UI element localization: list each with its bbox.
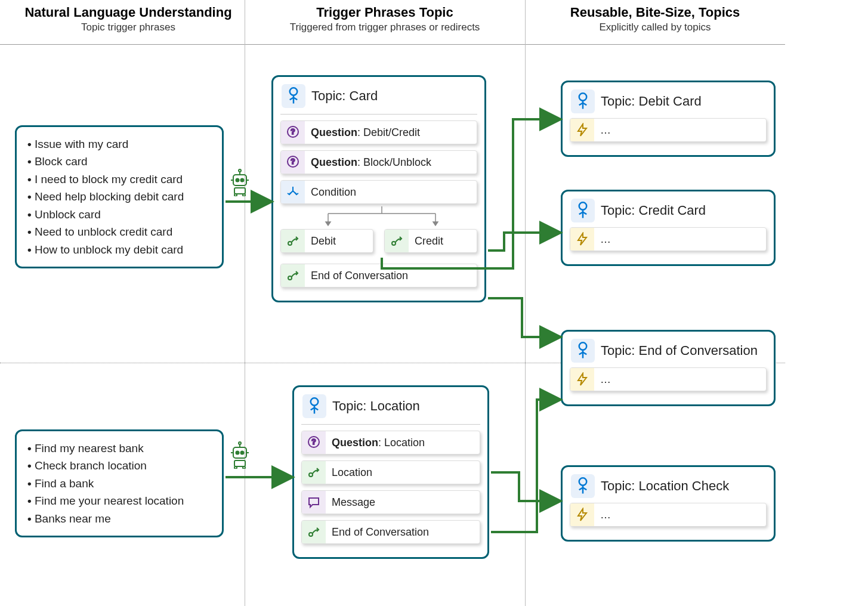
node-label: Question: Debit/Credit [305,126,426,139]
phrase: Find a bank [27,475,211,492]
svg-point-8 [234,194,237,196]
phrase-list-location: Find my nearest bank Check branch locati… [27,440,211,527]
topic-title-row: Topic: Credit Card [570,196,767,226]
column-divider-1 [245,0,245,606]
topic-title: Topic: Credit Card [601,203,706,218]
column-header-nlu: Natural Language Understanding Topic tri… [12,5,245,33]
node-question: ? Question: Block/Unblock [280,150,477,174]
node-redirect-eoc: End of Conversation [280,264,477,287]
node-label: Debit [305,235,342,248]
question-icon: ? [281,120,305,144]
phrase: Find me your nearest location [27,492,211,509]
node-label: Message [326,496,381,509]
message-icon [302,490,326,514]
svg-point-4 [241,179,244,182]
svg-point-19 [243,466,245,469]
svg-point-44 [309,473,313,477]
topic-title-row: Topic: Location [301,392,480,425]
topic-card-debit: Topic: Debit Card … [561,81,776,157]
phrase-list-card: Issue with my card Block card I need to … [27,135,211,258]
topic-title-row: Topic: Location Check [570,472,767,502]
svg-point-61 [579,478,587,486]
svg-point-56 [579,342,587,350]
topic-icon [302,394,326,418]
node-action: … [570,227,767,251]
node-label: Location [326,466,378,479]
phrase: Need to unblock credit card [27,223,211,240]
phrase: Banks near me [27,510,211,527]
question-icon: ? [302,431,326,455]
node-question: ? Question: Location [301,431,480,455]
topic-icon [571,199,595,222]
action-icon [570,503,594,527]
svg-rect-17 [234,460,245,466]
svg-point-0 [239,169,241,172]
svg-rect-12 [233,447,246,458]
svg-marker-60 [578,373,586,385]
svg-point-51 [579,202,587,210]
col-subtitle: Topic trigger phrases [12,21,245,33]
svg-text:?: ? [291,157,295,166]
node-label: … [594,124,617,137]
svg-marker-65 [578,509,586,521]
svg-text:?: ? [311,438,316,446]
node-label: Question: Location [326,437,431,449]
svg-marker-33 [326,222,330,225]
svg-marker-55 [578,233,586,245]
topic-title-row: Topic: Card [280,82,477,115]
svg-point-10 [239,442,241,444]
branch-connector [280,206,477,230]
topic-icon [571,339,595,363]
phrase-panel-location: Find my nearest bank Check branch locati… [15,429,224,537]
svg-point-3 [236,179,239,182]
action-icon [570,367,594,391]
header-divider [0,44,785,45]
node-label: Question: Block/Unblock [305,156,437,169]
svg-rect-2 [233,175,246,185]
svg-marker-34 [433,222,438,225]
topic-title: Topic: Location [332,398,420,414]
topic-icon [571,89,595,113]
redirect-icon [302,460,326,484]
topic-card-loccheck: Topic: Location Check … [561,465,776,542]
action-icon [570,227,594,251]
svg-point-45 [309,533,313,536]
question-icon: ? [281,150,305,174]
column-divider-2 [525,0,526,606]
col-title: Reusable, Bite-Size, Topics [525,5,785,20]
svg-point-13 [236,452,239,455]
topic-title: Topic: Debit Card [601,94,702,109]
phrase: Find my nearest bank [27,440,211,457]
svg-point-20 [290,88,298,95]
condition-icon [281,180,305,204]
topic-title: Topic: End of Conversation [601,343,758,358]
col-title: Trigger Phrases Topic [245,5,525,20]
node-condition: Condition [280,180,477,204]
node-redirect-eoc: End of Conversation [301,520,480,544]
phrase: Issue with my card [27,135,211,153]
phrase: Unblock card [27,206,211,223]
svg-point-18 [234,466,237,469]
node-action: … [570,367,767,391]
svg-point-46 [579,93,587,101]
branch-split: Debit Credit [280,229,477,259]
phrase: I need to block my credit card [27,171,211,188]
node-label: … [594,373,617,386]
phrase: Block card [27,153,211,170]
node-label: … [594,509,617,521]
svg-point-38 [311,398,319,406]
node-redirect-credit: Credit [384,229,477,253]
node-label: … [594,233,617,246]
phrase: Check branch location [27,457,211,474]
topic-title-row: Topic: Debit Card [570,87,767,117]
node-action: … [570,118,767,142]
node-redirect-location: Location [301,460,480,484]
robot-icon [229,169,251,196]
col-subtitle: Triggered from trigger phrases or redire… [245,21,525,33]
svg-point-14 [241,452,244,455]
svg-text:?: ? [291,128,295,136]
redirect-icon [281,229,305,253]
topic-title: Topic: Location Check [601,478,729,494]
topic-icon [282,84,305,108]
redirect-icon [281,264,305,287]
